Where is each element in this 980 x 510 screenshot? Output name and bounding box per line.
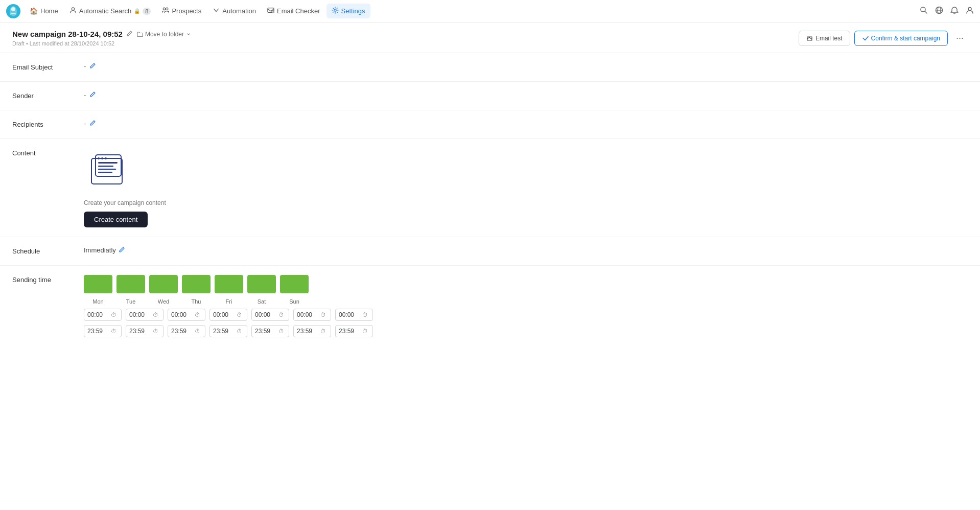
day-button-tue[interactable] [116,275,145,293]
campaign-edit-icon[interactable] [127,30,133,38]
time-field-sun-end[interactable] [339,328,361,335]
search-icon[interactable] [920,6,928,16]
clock-icon-thu-start[interactable]: ⏱ [237,312,242,318]
day-button-sun[interactable] [280,275,309,293]
time-field-thu-start[interactable] [213,311,236,318]
time-input-sat-end[interactable]: ⏱ [293,325,331,337]
svg-rect-18 [98,162,118,164]
time-field-wed-start[interactable] [171,311,194,318]
day-button-wed[interactable] [149,275,178,293]
campaign-title: New campaign 28-10-24, 09:52 [12,30,123,38]
svg-point-2 [11,7,15,11]
day-label-tue: Tue [116,298,145,305]
schedule-edit-icon[interactable] [119,246,125,254]
svg-rect-20 [98,169,116,170]
user-icon[interactable] [966,6,974,16]
nav-item-automatic-search[interactable]: Automatic Search 🔒 8 [64,4,156,18]
prospects-icon [162,7,169,15]
bell-icon[interactable] [950,6,959,16]
sender-edit-icon[interactable] [90,91,96,99]
time-input-tue-start[interactable]: ⏱ [126,309,164,321]
time-field-wed-end[interactable] [171,328,194,335]
clock-icon-mon-start[interactable]: ⏱ [111,312,116,318]
time-input-tue-end[interactable]: ⏱ [126,325,164,337]
time-field-sun-start[interactable] [339,311,361,318]
more-options-button[interactable]: ··· [952,30,968,47]
settings-icon [332,7,339,15]
time-field-thu-end[interactable] [213,328,236,335]
time-input-sat-start[interactable]: ⏱ [293,309,331,321]
time-field-sat-start[interactable] [297,311,319,318]
campaign-title-area: New campaign 28-10-24, 09:52 Move to fol… [12,30,191,47]
clock-icon-fri-end[interactable]: ⏱ [278,328,284,334]
time-field-fri-end[interactable] [255,328,277,335]
time-input-mon-start[interactable]: ⏱ [84,309,122,321]
day-label-thu: Thu [182,298,211,305]
create-content-button[interactable]: Create content [84,212,148,227]
schedule-label: Schedule [12,246,84,255]
time-input-wed-start[interactable]: ⏱ [168,309,205,321]
move-to-folder[interactable]: Move to folder [137,31,191,38]
day-button-thu[interactable] [182,275,211,293]
clock-icon-sat-start[interactable]: ⏱ [320,312,326,318]
time-field-sat-end[interactable] [297,328,319,335]
day-button-fri[interactable] [215,275,243,293]
nav-item-automation[interactable]: Automation [207,4,261,18]
automation-icon [213,7,220,15]
content-row: Content Create your campa [0,139,980,237]
recipients-value: - [84,120,96,127]
time-field-fri-start[interactable] [255,311,277,318]
time-field-mon-start[interactable] [87,311,110,318]
time-input-sun-end[interactable]: ⏱ [335,325,373,337]
sender-value: - [84,91,96,99]
nav-item-settings[interactable]: Settings [326,4,370,18]
nav-item-prospects[interactable]: Prospects [157,4,206,18]
time-field-tue-start[interactable] [129,311,152,318]
time-input-wed-end[interactable]: ⏱ [168,325,205,337]
clock-icon-sun-end[interactable]: ⏱ [362,328,368,334]
email-subject-row: Email Subject - [0,53,980,82]
time-input-fri-end[interactable]: ⏱ [251,325,289,337]
day-label-fri: Fri [215,298,243,305]
time-input-mon-end[interactable]: ⏱ [84,325,122,337]
time-field-mon-end[interactable] [87,328,110,335]
email-test-button[interactable]: Email test [799,31,850,46]
time-input-fri-start[interactable]: ⏱ [251,309,289,321]
content-icon[interactable] [84,148,130,194]
time-input-thu-start[interactable]: ⏱ [209,309,247,321]
day-buttons-row [84,275,373,293]
clock-icon-sat-end[interactable]: ⏱ [320,328,326,334]
day-label-sat: Sat [247,298,276,305]
campaign-title-row: New campaign 28-10-24, 09:52 Move to fol… [12,30,191,38]
sender-row: Sender - [0,82,980,110]
confirm-start-button[interactable]: Confirm & start campaign [854,31,948,46]
time-input-sun-start[interactable]: ⏱ [335,309,373,321]
recipients-edit-icon[interactable] [90,120,96,127]
day-button-sat[interactable] [247,275,276,293]
clock-icon-fri-start[interactable]: ⏱ [278,312,284,318]
time-input-thu-end[interactable]: ⏱ [209,325,247,337]
globe-icon[interactable] [935,6,943,16]
content-area: Create your campaign content Create cont… [84,148,166,227]
clock-icon-thu-end[interactable]: ⏱ [237,328,242,334]
nav-item-email-checker[interactable]: Email Checker [262,4,325,18]
day-button-mon[interactable] [84,275,112,293]
app-logo[interactable] [6,4,20,18]
clock-icon-mon-end[interactable]: ⏱ [111,328,116,334]
clock-icon-tue-start[interactable]: ⏱ [153,312,158,318]
day-label-wed: Wed [149,298,178,305]
recipients-label: Recipients [12,120,84,128]
main-content: New campaign 28-10-24, 09:52 Move to fol… [0,22,980,510]
nav-items: 🏠 Home Automatic Search 🔒 8 Prospects Au… [25,4,370,18]
nav-item-home[interactable]: 🏠 Home [25,4,63,18]
clock-icon-tue-end[interactable]: ⏱ [153,328,158,334]
time-row-start: ⏱ ⏱ ⏱ ⏱ ⏱ [84,309,373,321]
clock-icon-wed-end[interactable]: ⏱ [195,328,200,334]
email-checker-icon [267,7,274,15]
clock-icon-sun-start[interactable]: ⏱ [362,312,368,318]
clock-icon-wed-start[interactable]: ⏱ [195,312,200,318]
email-subject-label: Email Subject [12,62,84,71]
email-subject-edit-icon[interactable] [90,62,96,70]
time-field-tue-end[interactable] [129,328,152,335]
schedule-value: Immediatly [84,246,125,254]
